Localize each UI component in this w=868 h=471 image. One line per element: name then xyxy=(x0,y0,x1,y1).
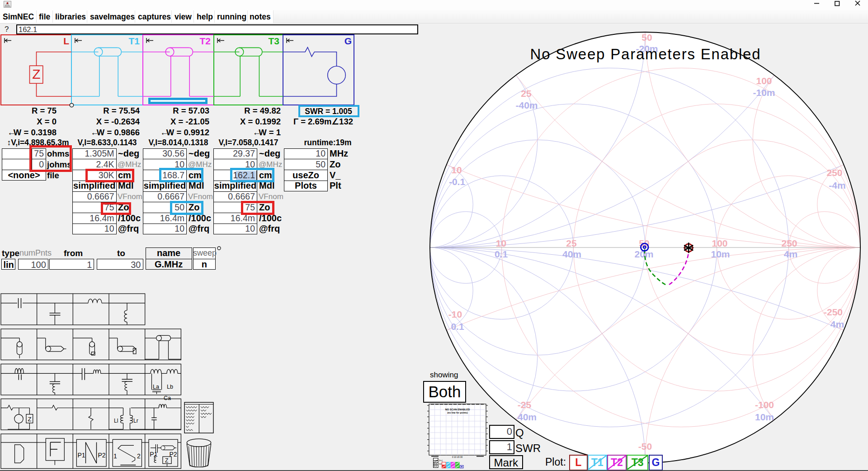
svg-text:NO SCAN ENABLED: NO SCAN ENABLED xyxy=(445,408,470,411)
svg-text:-10m: -10m xyxy=(753,87,775,98)
svg-text:10: 10 xyxy=(451,165,462,175)
svg-text:Z: Z xyxy=(165,457,168,464)
svg-text:25: 25 xyxy=(521,88,532,99)
svg-text:P2: P2 xyxy=(169,451,177,458)
svg-text:(no line for points): (no line for points) xyxy=(447,411,468,414)
svg-text:-40m: -40m xyxy=(515,100,538,110)
svg-text:Ll: Ll xyxy=(114,418,118,424)
svg-text:-10: -10 xyxy=(448,309,462,319)
svg-text:P1: P1 xyxy=(78,452,85,459)
svg-text:20m: 20m xyxy=(634,249,653,259)
svg-text:100: 100 xyxy=(756,76,772,86)
svg-text:50: 50 xyxy=(642,32,652,43)
svg-text:100: 100 xyxy=(712,238,727,248)
svg-text:25: 25 xyxy=(566,238,577,248)
svg-text:0 10 20 30: 0 10 20 30 xyxy=(452,456,463,458)
svg-text:250: 250 xyxy=(781,238,797,248)
svg-text:No Sweep Parameters Enabled: No Sweep Parameters Enabled xyxy=(530,46,761,62)
svg-text:-4m: -4m xyxy=(829,180,845,190)
svg-text:10: 10 xyxy=(496,238,506,248)
svg-text:0.1: 0.1 xyxy=(451,321,464,332)
svg-text:4m: 4m xyxy=(830,319,844,329)
svg-text:Z: Z xyxy=(28,416,32,423)
svg-text:-250: -250 xyxy=(824,307,843,317)
svg-text:40m: 40m xyxy=(562,249,581,259)
svg-text:2: 2 xyxy=(137,452,141,460)
svg-text:250: 250 xyxy=(826,167,842,178)
svg-text:1: 1 xyxy=(113,452,117,460)
svg-text:-50: -50 xyxy=(638,441,652,452)
svg-text:P2: P2 xyxy=(98,452,106,459)
svg-text:-25: -25 xyxy=(518,400,532,410)
svg-text:Ca: Ca xyxy=(164,395,171,401)
svg-text:0.1: 0.1 xyxy=(495,249,508,259)
svg-text:10m: 10m xyxy=(755,412,774,422)
svg-text:-0.1: -0.1 xyxy=(449,176,466,187)
svg-text:40m: 40m xyxy=(518,412,537,422)
svg-text:P1: P1 xyxy=(150,451,157,458)
svg-text:La: La xyxy=(153,384,159,390)
svg-text:10m: 10m xyxy=(711,249,730,259)
svg-text:Lr: Lr xyxy=(133,418,138,424)
svg-text:Lb: Lb xyxy=(167,384,173,390)
svg-text:-100: -100 xyxy=(755,400,774,410)
svg-text:4m: 4m xyxy=(784,249,797,259)
